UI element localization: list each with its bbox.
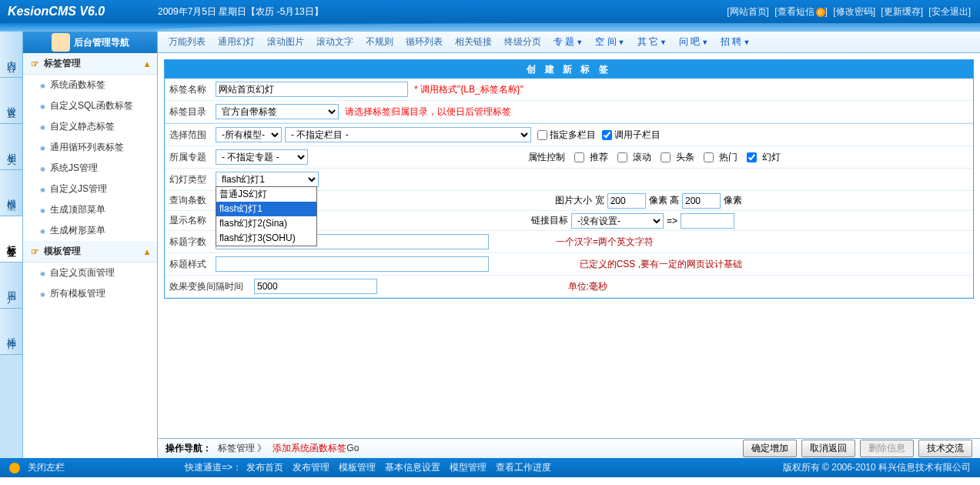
label-style: 标题样式	[169, 258, 216, 271]
chk-sub[interactable]	[602, 130, 612, 140]
chk-attr[interactable]	[661, 152, 671, 162]
link-home[interactable]: [网站首页]	[727, 6, 769, 17]
sidebar-group-templates[interactable]: ☞ 模板管理 ▴	[23, 241, 157, 263]
hint-dir: 请选择标签归属目录，以便日后管理标签	[345, 105, 511, 119]
arrow-up-icon: ▴	[145, 59, 149, 69]
vtab-plugin[interactable]: 插 件	[0, 309, 22, 355]
quick-link[interactable]: 发布管理	[293, 461, 329, 474]
select-topic[interactable]: - 不指定专题 -	[216, 149, 308, 165]
hint-name: * 调用格式"{LB_标签名称}"	[414, 83, 523, 96]
link-password[interactable]: [修改密码]	[833, 6, 875, 17]
sidebar-item[interactable]: 系统函数标签	[23, 75, 157, 95]
btn-delete[interactable]: 删除信息	[860, 440, 914, 457]
label-attr: 属性控制	[528, 151, 565, 164]
date-display: 2009年7月5日 星期日【农历 -5月13日】	[158, 5, 323, 18]
sidebar: 后台管理导航 ☞ 标签管理 ▴ 系统函数标签 自定义SQL函数标签 自定义静态标…	[23, 32, 158, 458]
top-links: [网站首页] [查看短信0] [修改密码] [更新缓存] [安全退出]	[725, 5, 972, 18]
crumb-label: 操作导航：	[166, 442, 212, 455]
tab[interactable]: 循环列表	[401, 32, 447, 52]
tab[interactable]: 滚动文字	[312, 32, 358, 52]
chevron-down-icon: ▼	[660, 38, 667, 46]
quick-link[interactable]: 模板管理	[339, 461, 376, 474]
tab[interactable]: 不规则	[361, 32, 398, 52]
form-panel: 创 建 新 标 签 标签名称 * 调用格式"{LB_标签名称}" 标签目录 官方…	[164, 59, 974, 299]
tab-dd[interactable]: 招 聘▼	[716, 32, 754, 52]
input-height[interactable]	[682, 193, 721, 209]
hand-icon: ☞	[31, 246, 39, 257]
input-interval[interactable]	[254, 279, 377, 294]
sidebar-item[interactable]: 所有模板管理	[23, 283, 157, 304]
btn-cancel[interactable]: 取消返回	[801, 440, 855, 457]
sidebar-item[interactable]: 生成树形菜单	[23, 220, 157, 241]
tab-dd[interactable]: 专 题▼	[549, 32, 587, 52]
vtab-model[interactable]: 模 型	[0, 170, 22, 216]
tab[interactable]: 通用幻灯	[213, 32, 259, 52]
btn-submit[interactable]: 确定增加	[743, 440, 797, 457]
quick-link[interactable]: 发布首页	[246, 461, 283, 474]
sidebar-item[interactable]: 自定义SQL函数标签	[23, 95, 157, 116]
top-bar: KesionCMS V6.0 2009年7月5日 星期日【农历 -5月13日】 …	[0, 0, 980, 23]
crumb-add[interactable]: 添加系统函数标签Go	[273, 442, 359, 455]
sidebar-item[interactable]: 通用循环列表标签	[23, 137, 157, 158]
tab[interactable]: 相关链接	[450, 32, 497, 52]
chevron-down-icon: ▼	[576, 38, 583, 46]
vtab-related[interactable]: 相 关	[0, 124, 22, 170]
tab-dd[interactable]: 其 它▼	[633, 32, 671, 52]
tab[interactable]: 滚动图片	[263, 32, 309, 52]
label-titlen: 标题字数	[169, 236, 216, 249]
panel-title: 创 建 新 标 签	[165, 60, 973, 79]
chk-attr[interactable]	[747, 152, 757, 162]
label-topic: 所属专题	[169, 151, 216, 164]
footer: 关闭左栏 快速通道=>： 发布首页 发布管理 模板管理 基本信息设置 模型管理 …	[0, 458, 980, 477]
tab[interactable]: 万能列表	[164, 32, 210, 52]
select-model[interactable]: -所有模型-	[216, 127, 282, 142]
tab-bar: 万能列表 通用幻灯 滚动图片 滚动文字 不规则 循环列表 相关链接 终级分页 专…	[158, 32, 980, 53]
type-option[interactable]: flash幻灯2(Sina)	[216, 216, 316, 231]
link-cache[interactable]: [更新缓存]	[881, 6, 923, 17]
sidebar-item[interactable]: 自定义JS管理	[23, 179, 157, 199]
tab-dd[interactable]: 空 间▼	[590, 32, 629, 52]
input-width[interactable]	[607, 193, 646, 209]
copyright: 版权所有 © 2006-2010 科兴信息技术有限公司	[783, 461, 971, 474]
sidebar-item[interactable]: 自定义静态标签	[23, 116, 157, 137]
collapse-icon[interactable]	[9, 463, 20, 473]
sidebar-item[interactable]: 系统JS管理	[23, 158, 157, 179]
chk-attr[interactable]	[574, 152, 584, 162]
label-disp: 显示名称	[169, 214, 216, 227]
quick-link[interactable]: 模型管理	[450, 461, 487, 474]
label-type: 幻灯类型	[169, 173, 216, 186]
input-link-extra[interactable]	[681, 213, 734, 229]
btn-tech[interactable]: 技术交流	[918, 440, 972, 457]
vtab-tags[interactable]: 标 签	[0, 216, 22, 263]
tab-dd[interactable]: 问 吧▼	[674, 32, 713, 52]
type-option[interactable]: flash幻灯3(SOHU)	[216, 231, 316, 246]
type-option[interactable]: 普通JS幻灯	[216, 187, 316, 202]
sidebar-item[interactable]: 生成顶部菜单	[23, 199, 157, 220]
sidebar-header: 后台管理导航	[23, 32, 157, 53]
crumb-link[interactable]: 标签管理 》	[218, 442, 266, 455]
tab[interactable]: 终级分页	[500, 32, 546, 52]
quick-link[interactable]: 查看工作进度	[496, 461, 551, 474]
chk-multi[interactable]	[537, 130, 547, 140]
vtab-user[interactable]: 用 户	[0, 263, 22, 309]
sidebar-item[interactable]: 自定义页面管理	[23, 263, 157, 283]
vtab-content[interactable]: 内 容	[0, 32, 22, 78]
input-style[interactable]	[216, 256, 489, 272]
select-link[interactable]: -没有设置-	[571, 213, 664, 229]
quick-link[interactable]: 基本信息设置	[385, 461, 440, 474]
label-dir: 标签目录	[169, 105, 216, 119]
vtab-settings[interactable]: 设 置	[0, 78, 22, 124]
label-scope: 选择范围	[169, 129, 216, 142]
vertical-tabs: 内 容 设 置 相 关 模 型 标 签 用 户 插 件	[0, 32, 23, 458]
select-type[interactable]: flash幻灯1	[216, 172, 319, 187]
select-column[interactable]: - 不指定栏目 -	[285, 127, 531, 142]
chk-attr[interactable]	[617, 152, 627, 162]
link-exit[interactable]: [安全退出]	[928, 6, 971, 17]
footer-close-sidebar[interactable]: 关闭左栏	[28, 461, 65, 474]
link-sms[interactable]: [查看短信0]	[774, 6, 828, 17]
type-option[interactable]: flash幻灯1	[216, 202, 316, 216]
select-dir[interactable]: 官方自带标签	[216, 104, 339, 119]
sidebar-group-tags[interactable]: ☞ 标签管理 ▴	[23, 53, 157, 75]
chk-attr[interactable]	[704, 152, 714, 162]
input-name[interactable]	[216, 82, 408, 97]
